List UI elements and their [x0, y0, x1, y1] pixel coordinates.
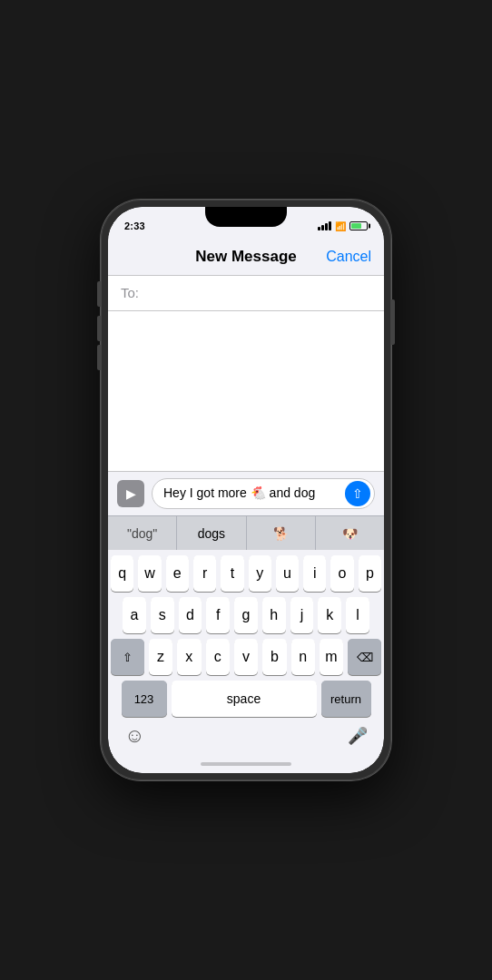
- autocomplete-dog-emoji1: 🐕: [273, 526, 289, 541]
- key-c[interactable]: c: [206, 639, 230, 675]
- key-m[interactable]: m: [320, 639, 343, 675]
- keyboard-row-1: q w e r t y u i o p: [108, 550, 384, 592]
- status-icons: 📶: [318, 221, 368, 231]
- key-f[interactable]: f: [206, 597, 230, 633]
- autocomplete-label-dogs: dogs: [198, 526, 225, 541]
- autocomplete-item-dog-emoji2[interactable]: 🐶: [316, 516, 384, 550]
- apps-button[interactable]: ▶: [117, 480, 144, 507]
- nav-bar: New Message Cancel: [108, 238, 384, 276]
- key-g[interactable]: g: [234, 597, 258, 633]
- keyboard-row-2: a s d f g h j k l: [108, 592, 384, 633]
- key-v[interactable]: v: [234, 639, 258, 675]
- status-time: 2:33: [124, 220, 145, 231]
- key-k[interactable]: k: [318, 597, 341, 633]
- key-t[interactable]: t: [221, 555, 243, 592]
- to-field[interactable]: To:: [108, 276, 384, 311]
- key-i[interactable]: i: [303, 555, 326, 592]
- autocomplete-dog-emoji2: 🐶: [342, 526, 358, 541]
- wifi-icon: 📶: [335, 221, 346, 231]
- key-y[interactable]: y: [249, 555, 271, 592]
- key-p[interactable]: p: [359, 555, 381, 592]
- send-button[interactable]: ⇧: [345, 481, 370, 506]
- message-input-row: ▶ Hey I got more 🐔 and dog ⇧: [108, 471, 384, 515]
- key-d[interactable]: d: [179, 597, 202, 633]
- autocomplete-item-dog-quoted[interactable]: "dog": [108, 516, 177, 550]
- message-text: Hey I got more 🐔 and dog: [163, 485, 315, 503]
- notch: [205, 207, 287, 227]
- shift-key[interactable]: ⇧: [111, 639, 144, 675]
- key-e[interactable]: e: [166, 555, 189, 592]
- compose-area[interactable]: [108, 311, 384, 471]
- to-label: To:: [121, 285, 139, 300]
- phone-frame: 2:33 📶 New Message Cance: [101, 200, 391, 780]
- send-arrow-icon: ⇧: [352, 486, 363, 501]
- space-key[interactable]: space: [172, 681, 317, 717]
- battery-icon: [349, 221, 368, 230]
- backspace-key[interactable]: ⌫: [348, 639, 381, 675]
- home-bar: [201, 762, 291, 766]
- keyboard-row-3: ⇧ z x c v b n m ⌫: [108, 633, 384, 675]
- autocomplete-item-dogs[interactable]: dogs: [177, 516, 246, 550]
- key-s[interactable]: s: [151, 597, 174, 633]
- autocomplete-label-quoted: "dog": [127, 526, 157, 541]
- key-h[interactable]: h: [262, 597, 286, 633]
- key-b[interactable]: b: [262, 639, 286, 675]
- apps-chevron-icon: ▶: [126, 487, 135, 501]
- key-x[interactable]: x: [177, 639, 201, 675]
- screen: 2:33 📶 New Message Cance: [108, 207, 384, 773]
- key-j[interactable]: j: [290, 597, 314, 633]
- emoji-mic-row: ☺ 🎤: [108, 720, 384, 755]
- home-indicator: [108, 755, 384, 773]
- key-u[interactable]: u: [276, 555, 299, 592]
- return-key[interactable]: return: [321, 681, 371, 717]
- emoji-button[interactable]: ☺: [124, 724, 144, 748]
- key-z[interactable]: z: [149, 639, 172, 675]
- autocomplete-bar: "dog" dogs 🐕 🐶: [108, 515, 384, 550]
- mic-button[interactable]: 🎤: [348, 726, 368, 746]
- key-a[interactable]: a: [123, 597, 146, 633]
- phone-inner: 2:33 📶 New Message Cance: [108, 207, 384, 773]
- nav-title: New Message: [195, 248, 297, 266]
- key-l[interactable]: l: [346, 597, 369, 633]
- message-bubble-input[interactable]: Hey I got more 🐔 and dog ⇧: [152, 478, 375, 509]
- keyboard-bottom-row: 123 space return: [108, 675, 384, 720]
- key-q[interactable]: q: [111, 555, 133, 592]
- key-w[interactable]: w: [138, 555, 161, 592]
- status-bar: 2:33 📶: [108, 207, 384, 238]
- numbers-key[interactable]: 123: [122, 681, 167, 717]
- cancel-button[interactable]: Cancel: [326, 249, 371, 265]
- key-o[interactable]: o: [330, 555, 353, 592]
- key-n[interactable]: n: [291, 639, 315, 675]
- autocomplete-item-dog-emoji1[interactable]: 🐕: [247, 516, 316, 550]
- battery-fill: [351, 223, 361, 229]
- key-r[interactable]: r: [193, 555, 216, 592]
- signal-bars: [318, 221, 331, 230]
